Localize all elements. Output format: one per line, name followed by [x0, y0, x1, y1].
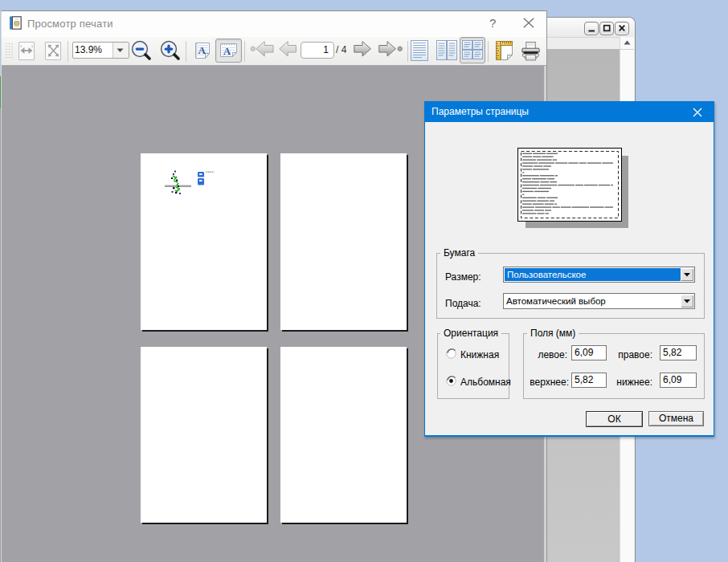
svg-text:A: A	[223, 46, 231, 57]
svg-text:A: A	[198, 44, 207, 56]
